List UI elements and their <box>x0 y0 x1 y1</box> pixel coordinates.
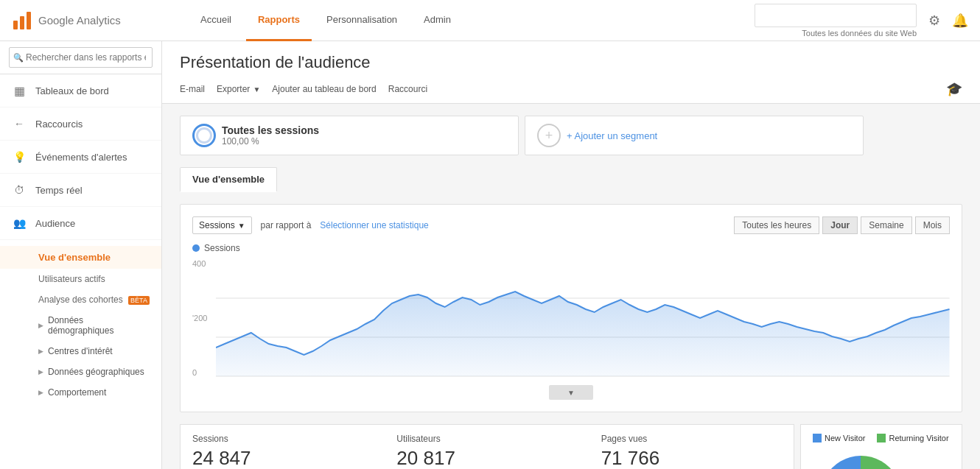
notifications-icon[interactable]: 🔔 <box>952 13 968 29</box>
svg-rect-0 <box>13 21 18 29</box>
raccourcis-icon: ← <box>12 116 27 131</box>
main-content: Présentation de l'audience E-mail Export… <box>162 41 980 469</box>
stats-pie-row: Sessions 24 847 Utilisateurs 20 817 <box>180 424 962 469</box>
export-chevron-icon: ▼ <box>253 85 260 94</box>
legend-label: Sessions <box>204 243 240 253</box>
help-icon[interactable]: 🎓 <box>946 81 962 97</box>
sidebar-item-audience[interactable]: 👥 Audience <box>0 207 161 240</box>
pie-legend: New Visitor Returning Visitor <box>813 434 950 442</box>
scrollbar-handle[interactable]: ▼ <box>549 385 593 400</box>
pie-chart-block: New Visitor Returning Visitor 16,8% <box>800 424 962 469</box>
sidebar-item-utilisateurs-actifs[interactable]: Utilisateurs actifs <box>0 269 161 289</box>
google-analytics-logo <box>12 10 32 31</box>
tab-vue-ensemble[interactable]: Vue d'ensemble <box>180 167 277 192</box>
shortcut-button[interactable]: Raccourci <box>388 81 427 97</box>
header: Google Analytics Accueil Rapports Person… <box>0 0 980 41</box>
sidebar-search-wrap: 🔍 <box>9 47 153 68</box>
add-dashboard-button[interactable]: Ajouter au tableau de bord <box>272 81 376 97</box>
sidebar-item-cohortes[interactable]: Analyse des cohortes BÊTA <box>0 289 161 310</box>
sidebar: 🔍 ▦ Tableaux de bord ← Raccourcis 💡 Évén… <box>0 41 162 469</box>
y-axis-mid: '200 <box>192 314 207 322</box>
svg-rect-2 <box>27 12 31 29</box>
sessions-chart <box>216 259 950 377</box>
tableaux-icon: ▦ <box>12 83 27 98</box>
main-nav: Accueil Rapports Personnalisation Admin <box>189 0 755 41</box>
stat-value-utilisateurs: 20 817 <box>396 447 577 469</box>
alertes-icon: 💡 <box>12 149 27 164</box>
sidebar-item-tableaux[interactable]: ▦ Tableaux de bord <box>0 74 161 107</box>
nav-admin[interactable]: Admin <box>412 0 463 41</box>
nav-rapports[interactable]: Rapports <box>246 0 312 41</box>
sidebar-label-audience: Audience <box>35 218 75 229</box>
chart-controls: Sessions ▼ par rapport à Sélectionner un… <box>192 216 950 234</box>
stat-label-utilisateurs: Utilisateurs <box>396 434 577 444</box>
time-btn-heures[interactable]: Toutes les heures <box>734 216 819 234</box>
segment-percent: 100,00 % <box>222 136 319 147</box>
content-area: Toutes les sessions 100,00 % + + Ajouter… <box>162 104 980 469</box>
sidebar-item-raccourcis[interactable]: ← Raccourcis <box>0 107 161 141</box>
svg-rect-1 <box>20 16 24 29</box>
stat-value-sessions: 24 847 <box>192 447 373 469</box>
time-btn-mois[interactable]: Mois <box>915 216 950 234</box>
legend-dot <box>192 244 200 252</box>
chart-svg-container <box>216 259 950 379</box>
stat-label-pages: Pages vues <box>601 434 782 444</box>
sidebar-search-input[interactable] <box>9 47 153 68</box>
sidebar-label-temps-reel: Temps réel <box>35 185 83 196</box>
time-btn-jour[interactable]: Jour <box>822 216 858 234</box>
tab-bar: Vue d'ensemble <box>180 167 962 192</box>
metric-select[interactable]: Sessions ▼ <box>192 216 252 234</box>
y-axis: 400 '200 0 <box>192 259 210 377</box>
chart-legend: Sessions <box>192 243 950 253</box>
nav-personnalisation[interactable]: Personnalisation <box>315 0 409 41</box>
sidebar-item-interets[interactable]: Centres d'intérêt <box>0 341 161 362</box>
property-selector: Toutes les données du site Web <box>802 29 917 38</box>
add-segment-icon: + <box>537 124 561 147</box>
audience-icon: 👥 <box>12 216 27 230</box>
y-axis-top: 400 <box>192 259 207 268</box>
sidebar-item-demographiques[interactable]: Données démographiques <box>0 310 161 341</box>
stat-block-pages: Pages vues 71 766 <box>589 424 794 469</box>
page-title: Présentation de l'audience <box>180 53 962 72</box>
sidebar-item-comportement[interactable]: Comportement <box>0 382 161 403</box>
y-axis-bottom: 0 <box>192 368 207 377</box>
sidebar-item-temps-reel[interactable]: ⏱ Temps réel <box>0 174 161 207</box>
email-button[interactable]: E-mail <box>180 81 205 97</box>
segment-circle-inner <box>196 127 212 144</box>
nav-accueil[interactable]: Accueil <box>189 0 243 41</box>
page-header: Présentation de l'audience E-mail Export… <box>162 41 980 104</box>
segment-name: Toutes les sessions <box>222 124 319 136</box>
page-actions: E-mail Exporter ▼ Ajouter au tableau de … <box>180 81 962 103</box>
compare-text: par rapport à <box>261 220 312 230</box>
metric-chevron-icon: ▼ <box>238 222 245 230</box>
export-button[interactable]: Exporter ▼ <box>217 81 260 97</box>
sidebar-item-alertes[interactable]: 💡 Événements d'alertes <box>0 141 161 174</box>
add-segment-button[interactable]: + + Ajouter un segment <box>525 116 864 155</box>
chart-left-controls: Sessions ▼ par rapport à Sélectionner un… <box>192 216 429 234</box>
beta-badge: BÊTA <box>128 296 150 305</box>
stat-value-pages: 71 766 <box>601 447 782 469</box>
segment-info: Toutes les sessions 100,00 % <box>222 124 319 147</box>
chart-right-controls: Toutes les heures Jour Semaine Mois <box>734 216 950 234</box>
sidebar-label-alertes: Événements d'alertes <box>35 152 127 163</box>
sidebar-label-raccourcis: Raccourcis <box>35 119 83 130</box>
new-visitor-color <box>813 434 822 442</box>
sidebar-label-tableaux: Tableaux de bord <box>35 85 109 96</box>
add-segment-label: + Ajouter un segment <box>567 130 657 141</box>
metric-label: Sessions <box>199 220 235 230</box>
settings-icon[interactable]: ⚙ <box>928 13 940 29</box>
pie-chart-svg: 16,8% <box>813 448 909 469</box>
header-search-input[interactable] <box>755 4 917 27</box>
stat-block-sessions: Sessions 24 847 <box>180 424 385 469</box>
logo-area: Google Analytics <box>12 10 174 31</box>
new-visitor-label: New Visitor <box>825 434 865 442</box>
sidebar-item-vue-ensemble[interactable]: Vue d'ensemble <box>0 246 161 269</box>
time-btn-semaine[interactable]: Semaine <box>861 216 911 234</box>
temps-reel-icon: ⏱ <box>12 183 27 197</box>
chart-area-wrap: 400 '200 0 <box>192 259 950 379</box>
select-stat-link[interactable]: Sélectionner une statistique <box>320 220 428 230</box>
search-icon: 🔍 <box>13 53 24 63</box>
returning-visitor-color <box>877 434 886 442</box>
sidebar-item-geographiques[interactable]: Données géographiques <box>0 362 161 382</box>
header-right: Toutes les données du site Web ⚙ 🔔 <box>755 4 968 38</box>
